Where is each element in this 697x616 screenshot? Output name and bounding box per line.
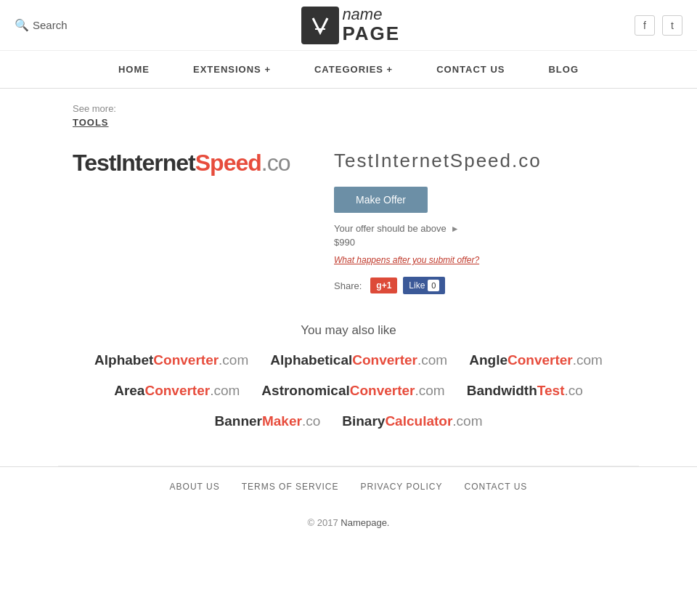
search-label: Search <box>33 19 68 31</box>
domain-title: TestInternetSpeed.co <box>334 150 624 172</box>
nav-item-contact[interactable]: CONTACT US <box>429 51 512 88</box>
share-label: Share: <box>334 280 362 291</box>
domain-logo-speed: Speed <box>195 150 261 176</box>
domain-part2: Calculator <box>385 413 452 429</box>
list-item[interactable]: AlphabeticalConverter.com <box>270 352 447 368</box>
domain-ext: .com <box>573 352 603 368</box>
offer-info: Your offer should be above ► <box>334 223 624 234</box>
domain-part2: Maker <box>262 413 302 429</box>
footer-item-privacy[interactable]: PRIVACY POLICY <box>361 482 443 492</box>
domain-part2: Test <box>537 383 565 398</box>
logo-text: name PAGE <box>342 6 400 44</box>
list-item[interactable]: BandwidthTest.co <box>467 383 583 399</box>
logo-name: name <box>342 6 400 23</box>
logo-link[interactable]: name PAGE <box>301 6 400 44</box>
domain-part1: Area <box>114 383 144 398</box>
domain-ext: .com <box>452 413 482 429</box>
breadcrumb: See more: TOOLS <box>0 89 697 135</box>
make-offer-button[interactable]: Make Offer <box>334 187 428 213</box>
domain-logo-area: TestInternetSpeed.co <box>73 150 305 177</box>
main-content: TestInternetSpeed.co TestInternetSpeed.c… <box>0 135 697 309</box>
domain-part2: Converter <box>144 383 210 398</box>
gplus-button[interactable]: g+1 <box>370 277 397 293</box>
nav-item-extensions[interactable]: EXTENSIONS + <box>186 51 278 88</box>
also-like-title: You may also like <box>58 323 639 338</box>
offer-arrow-icon: ► <box>451 224 460 234</box>
logo-page: PAGE <box>342 23 400 44</box>
domain-part2: Converter <box>153 352 219 368</box>
nav-item-categories[interactable]: CATEGORIES + <box>307 51 400 88</box>
list-item[interactable]: AngleConverter.com <box>469 352 603 368</box>
footer-brand-link[interactable]: Namepage. <box>341 517 389 528</box>
domain-ext: .com <box>415 383 445 398</box>
domain-part1: Bandwidth <box>467 383 537 398</box>
domain-part1: Angle <box>469 352 508 368</box>
domain-logo-ext: .co <box>261 150 290 176</box>
what-happens-link[interactable]: What happens after you submit offer? <box>334 255 624 265</box>
footer-nav: ABOUT US TERMS OF SERVICE PRIVACY POLICY… <box>0 466 697 506</box>
also-like-section: You may also like AlphabetConverter.com … <box>0 309 697 466</box>
fb-like-label: Like <box>409 280 425 291</box>
domain-ext: .com <box>210 383 240 398</box>
list-item[interactable]: BinaryCalculator.com <box>342 413 482 429</box>
domain-part2: Converter <box>508 352 573 368</box>
domain-info: TestInternetSpeed.co Make Offer Your off… <box>334 150 624 294</box>
breadcrumb-category[interactable]: TOOLS <box>73 117 624 128</box>
domain-part1: Binary <box>342 413 385 429</box>
domain-part1: Alphabetical <box>270 352 352 368</box>
footer-item-about[interactable]: ABOUT US <box>170 482 220 492</box>
see-more-label: See more: <box>73 103 116 114</box>
also-like-grid: AlphabetConverter.com AlphabeticalConver… <box>58 352 639 429</box>
footer-item-terms[interactable]: TERMS OF SERVICE <box>242 482 339 492</box>
twitter-icon[interactable]: t <box>662 15 682 36</box>
list-item[interactable]: AlphabetConverter.com <box>94 352 248 368</box>
offer-amount: $990 <box>334 237 624 248</box>
offer-info-text: Your offer should be above <box>334 223 447 234</box>
fb-count: 0 <box>428 280 439 291</box>
logo-icon-box <box>301 7 339 44</box>
main-nav: HOME EXTENSIONS + CATEGORIES + CONTACT U… <box>0 51 697 89</box>
nav-item-blog[interactable]: BLOG <box>541 51 586 88</box>
domain-logo-part1: TestInternet <box>73 150 195 176</box>
copyright-year: © 2017 <box>308 517 338 528</box>
domain-part2: Converter <box>350 383 415 398</box>
logo-svg <box>309 15 331 36</box>
search-area[interactable]: 🔍 Search <box>15 18 68 32</box>
nav-item-home[interactable]: HOME <box>111 51 157 88</box>
search-icon: 🔍 <box>15 18 29 32</box>
domain-ext: .com <box>417 352 447 368</box>
facebook-icon[interactable]: f <box>635 15 655 36</box>
domain-part1: Alphabet <box>94 352 153 368</box>
list-item[interactable]: AreaConverter.com <box>114 383 240 399</box>
list-item[interactable]: AstronomicalConverter.com <box>261 383 444 399</box>
domain-ext: .co <box>564 383 582 398</box>
facebook-like-button[interactable]: Like 0 <box>403 277 445 294</box>
domain-part1: Banner <box>215 413 262 429</box>
domain-logo: TestInternetSpeed.co <box>73 150 305 177</box>
domain-part1: Astronomical <box>261 383 349 398</box>
domain-ext: .co <box>302 413 320 429</box>
list-item[interactable]: BannerMaker.co <box>215 413 321 429</box>
domain-ext: .com <box>219 352 248 368</box>
social-icons: f t <box>635 15 682 36</box>
footer-item-contact[interactable]: CONTACT US <box>464 482 527 492</box>
share-area: Share: g+1 Like 0 <box>334 277 624 294</box>
logo-area: name PAGE <box>301 6 400 44</box>
footer-copyright: © 2017 Namepage. <box>0 506 697 539</box>
domain-part2: Converter <box>352 352 417 368</box>
header: 🔍 Search name PAGE f t <box>0 0 697 51</box>
